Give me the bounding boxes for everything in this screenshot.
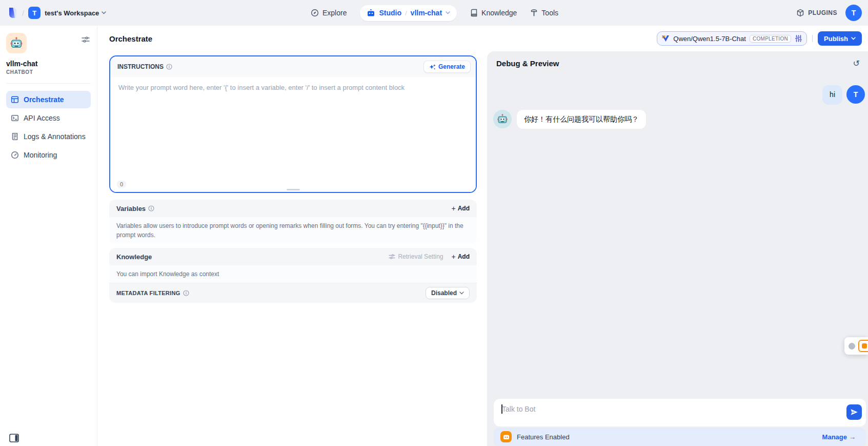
info-circle-icon: [183, 290, 189, 296]
variables-title: Variables: [116, 205, 146, 212]
workspace-avatar[interactable]: T: [28, 7, 41, 19]
explore-icon: [311, 9, 319, 17]
variables-panel: Variables + Add Variables allow users to…: [109, 200, 477, 244]
chat-input[interactable]: [494, 399, 866, 426]
divider: [6, 83, 91, 84]
page-title: Orchestrate: [109, 34, 152, 43]
gray-dot-icon: [849, 343, 855, 350]
app-type-badge: CHATBOT: [6, 69, 97, 75]
robot-avatar-icon: [10, 36, 23, 50]
send-icon: [850, 409, 858, 416]
retrieval-setting-label: Retrieval Setting: [398, 253, 443, 260]
instructions-title: INSTRUCTIONS: [117, 63, 164, 70]
sidebar-item-monitoring[interactable]: Monitoring: [6, 146, 91, 164]
text-cursor: [501, 404, 502, 414]
sparkles-icon: [429, 64, 436, 70]
sidebar-item-label: API Access: [24, 114, 60, 122]
metadata-filtering-dropdown[interactable]: Disabled: [426, 287, 470, 299]
chevron-down-icon: [851, 37, 856, 40]
nav-studio-label: Studio: [379, 9, 401, 17]
vllm-logo-icon: [662, 35, 670, 42]
logs-icon: [11, 132, 19, 141]
studio-app-name: vllm-chat: [411, 9, 442, 17]
nav-tools-label: Tools: [541, 9, 558, 17]
chat-message-bot: 你好！有什么问题我可以帮助你吗？: [493, 110, 865, 129]
nav-knowledge[interactable]: Knowledge: [470, 9, 517, 17]
generate-button[interactable]: Generate: [423, 61, 471, 73]
model-name: Qwen/Qwen1.5-7B-Chat: [673, 35, 746, 43]
restart-conversation-icon[interactable]: ↺: [853, 60, 860, 68]
add-knowledge-button[interactable]: + Add: [451, 253, 470, 261]
app-icon[interactable]: [6, 33, 27, 53]
plus-icon: +: [451, 204, 455, 212]
knowledge-description: You can import Knowledge as context: [109, 265, 477, 283]
nav-explore[interactable]: Explore: [311, 9, 347, 17]
sidebar-item-api-access[interactable]: API Access: [6, 109, 91, 127]
chat-area: hi T: [487, 71, 868, 399]
send-button[interactable]: [846, 404, 862, 420]
app-sidebar: vllm-chat CHATBOT Orchestrate API Access…: [0, 26, 97, 446]
nav-studio[interactable]: Studio / vllm-chat: [360, 5, 457, 21]
bot-chat-avatar: [493, 110, 512, 128]
features-icon: [500, 431, 512, 442]
book-icon: [470, 9, 478, 17]
terminal-icon: [11, 114, 19, 122]
settings-sliders-icon[interactable]: [82, 36, 90, 43]
features-label: Features Enabled: [517, 433, 570, 441]
chevron-down-icon: [102, 11, 106, 14]
prompt-editor[interactable]: [110, 77, 476, 164]
publish-button[interactable]: Publish: [818, 31, 862, 46]
char-count: 0: [117, 181, 126, 188]
add-knowledge-label: Add: [458, 253, 470, 260]
sidebar-item-logs-annotations[interactable]: Logs & Annotations: [6, 128, 91, 145]
workspace-name: test's Workspace: [45, 9, 99, 17]
knowledge-panel: Knowledge Retrieval Setting +: [109, 248, 477, 303]
metadata-filtering-title: METADATA FILTERING: [116, 290, 180, 296]
user-message-bubble: hi: [822, 85, 842, 105]
chat-message-user: hi T: [493, 85, 865, 105]
sidebar-item-label: Monitoring: [24, 151, 57, 159]
nav-knowledge-label: Knowledge: [481, 9, 517, 17]
breadcrumb-slash: /: [22, 9, 24, 17]
plus-icon: +: [451, 253, 455, 261]
user-avatar[interactable]: T: [845, 5, 862, 21]
chat-input-box: [494, 399, 866, 426]
sidebar-item-orchestrate[interactable]: Orchestrate: [6, 91, 91, 108]
orange-extension-icon: [858, 340, 868, 352]
debug-preview-title: Debug & Preview: [496, 59, 559, 68]
hammer-icon: [530, 9, 538, 17]
bot-message-bubble: 你好！有什么问题我可以帮助你吗？: [517, 110, 646, 129]
chevron-down-icon[interactable]: [446, 11, 450, 14]
add-variable-label: Add: [458, 205, 470, 212]
nav-tools[interactable]: Tools: [530, 9, 558, 17]
resize-handle[interactable]: [287, 189, 300, 190]
robot-icon: [367, 9, 375, 17]
model-selector[interactable]: Qwen/Qwen1.5-7B-Chat COMPLETION: [657, 31, 807, 46]
dify-logo[interactable]: [7, 7, 18, 19]
floating-extension-widget[interactable]: [844, 337, 868, 355]
add-variable-button[interactable]: + Add: [451, 204, 470, 212]
model-params-sliders-icon[interactable]: [795, 35, 802, 42]
user-chat-avatar: T: [846, 85, 865, 104]
nav-plugins-label: PLUGINS: [808, 9, 837, 16]
app-name: vllm-chat: [6, 60, 97, 68]
chevron-down-icon: [459, 292, 464, 295]
sidebar-item-label: Logs & Annotations: [24, 132, 86, 141]
model-mode-badge: COMPLETION: [750, 35, 791, 43]
robot-avatar-icon: [497, 113, 508, 125]
orchestrate-icon: [11, 95, 19, 104]
nav-plugins[interactable]: PLUGINS: [796, 9, 837, 17]
package-icon: [796, 9, 804, 17]
collapse-sidebar-icon[interactable]: [9, 434, 19, 442]
info-circle-icon: [166, 64, 172, 70]
publish-label: Publish: [824, 35, 848, 43]
variables-description: Variables allow users to introduce promp…: [109, 217, 477, 244]
orchestrate-column: INSTRUCTIONS Generate: [97, 51, 487, 446]
retrieval-setting-button[interactable]: Retrieval Setting: [389, 253, 443, 260]
sidebar-item-label: Orchestrate: [24, 95, 64, 104]
generate-label: Generate: [438, 63, 465, 70]
manage-label: Manage: [822, 433, 847, 441]
manage-features-link[interactable]: Manage →: [822, 433, 856, 441]
divider: [812, 35, 813, 42]
workspace-selector[interactable]: test's Workspace: [45, 9, 106, 17]
